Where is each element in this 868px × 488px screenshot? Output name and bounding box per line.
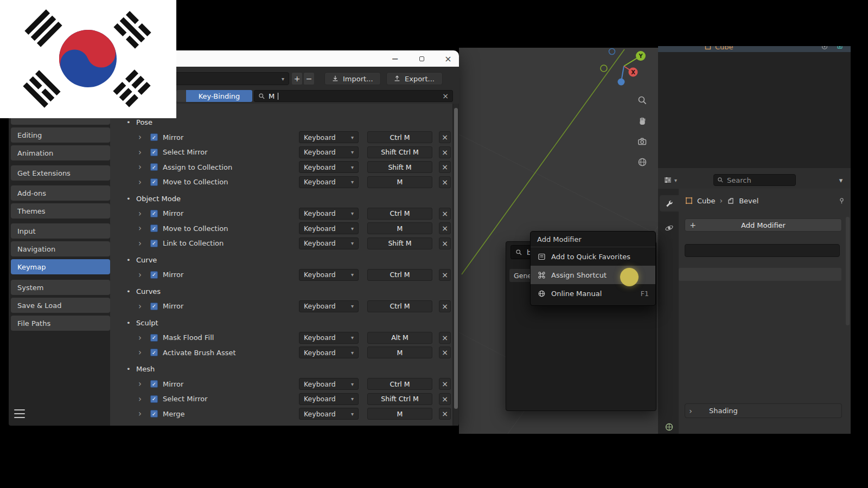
remove-binding-button[interactable]: × xyxy=(439,300,451,312)
modifier-panel-row[interactable] xyxy=(679,268,841,281)
shortcut-button[interactable]: Shift Ctrl M xyxy=(367,146,432,158)
properties-options-button[interactable]: ▾ xyxy=(835,174,847,186)
shortcut-button[interactable]: Ctrl M xyxy=(367,300,432,312)
remove-binding-button[interactable]: × xyxy=(439,222,451,234)
sidebar-item-editing[interactable]: Editing xyxy=(11,127,110,143)
add-keymap-button[interactable]: + xyxy=(291,72,303,85)
remove-binding-button[interactable]: × xyxy=(439,131,451,143)
shortcut-button[interactable]: Ctrl M xyxy=(367,131,432,143)
expand-arrow-icon[interactable]: › xyxy=(138,162,142,172)
clear-search-icon[interactable]: × xyxy=(442,92,449,100)
keymap-search-input[interactable]: M × xyxy=(254,90,453,102)
shortcut-button[interactable]: Ctrl M xyxy=(367,208,432,220)
tab-modifiers[interactable] xyxy=(660,195,679,211)
key-binding-filter-button[interactable]: Key-Binding xyxy=(186,90,252,102)
keymap-item-checkbox[interactable]: ✓ xyxy=(150,149,158,156)
sidebar-item-input[interactable]: Input xyxy=(11,223,110,239)
breadcrumb-object[interactable]: Cube xyxy=(697,197,716,205)
device-select[interactable]: Keyboard▾ xyxy=(299,161,359,173)
keymap-item-checkbox[interactable]: ✓ xyxy=(150,133,158,141)
remove-binding-button[interactable]: × xyxy=(439,393,451,405)
axis-neg-y-ball[interactable] xyxy=(601,65,607,72)
sidebar-item-save-load[interactable]: Save & Load xyxy=(11,298,110,313)
tab-physics[interactable] xyxy=(660,220,679,236)
import-button[interactable]: Import... xyxy=(324,72,381,85)
device-select[interactable]: Keyboard▾ xyxy=(299,393,359,405)
navigation-gizmo[interactable]: Y X xyxy=(589,48,658,94)
remove-binding-button[interactable]: × xyxy=(439,237,451,249)
keymap-item-checkbox[interactable]: ✓ xyxy=(150,334,158,342)
keymap-item-checkbox[interactable]: ✓ xyxy=(150,224,158,232)
keymap-item-checkbox[interactable]: ✓ xyxy=(150,303,158,310)
expand-arrow-icon[interactable]: › xyxy=(138,239,142,248)
shortcut-button[interactable]: Shift M xyxy=(367,237,432,249)
expand-arrow-icon[interactable]: › xyxy=(138,379,142,389)
pan-hand-icon[interactable] xyxy=(637,116,648,127)
remove-binding-button[interactable]: × xyxy=(439,208,451,220)
expand-arrow-icon[interactable]: › xyxy=(138,132,142,142)
device-select[interactable]: Keyboard▾ xyxy=(299,222,359,234)
camera-view-icon[interactable] xyxy=(637,136,648,147)
outliner-row-cube[interactable]: Cube xyxy=(658,46,851,52)
export-button[interactable]: Export... xyxy=(386,72,443,85)
context-menu-item-online-manual[interactable]: Online ManualF1 xyxy=(531,284,655,303)
sidebar-item-file-paths[interactable]: File Paths xyxy=(11,316,110,331)
shortcut-button[interactable]: M xyxy=(367,176,432,188)
scrollbar-thumb[interactable] xyxy=(454,108,458,409)
keymap-item-checkbox[interactable]: ✓ xyxy=(150,410,158,418)
tab-object-data[interactable] xyxy=(660,419,679,434)
keymap-item-checkbox[interactable]: ✓ xyxy=(150,210,158,217)
sidebar-item-navigation[interactable]: Navigation xyxy=(11,241,110,256)
expand-arrow-icon[interactable]: › xyxy=(138,394,142,404)
shortcut-button[interactable]: Shift M xyxy=(367,161,432,173)
shortcut-button[interactable]: M xyxy=(367,346,432,358)
expand-arrow-icon[interactable]: › xyxy=(138,409,142,419)
axis-neg-z-ball[interactable] xyxy=(609,49,615,55)
sidebar-item-keymap[interactable]: Keymap xyxy=(11,259,110,274)
expand-arrow-icon[interactable]: › xyxy=(138,177,142,187)
context-menu-item-add-to-quick-favorites[interactable]: Add to Quick Favorites xyxy=(531,247,655,266)
expand-arrow-icon[interactable]: › xyxy=(138,270,142,280)
device-select[interactable]: Keyboard▾ xyxy=(299,146,359,158)
device-select[interactable]: Keyboard▾ xyxy=(299,269,359,281)
shortcut-button[interactable]: M xyxy=(367,408,432,420)
prefs-menu-icon[interactable] xyxy=(14,409,25,418)
sidebar-item-system[interactable]: System xyxy=(11,280,110,295)
device-select[interactable]: Keyboard▾ xyxy=(299,346,359,358)
keymap-item-checkbox[interactable]: ✓ xyxy=(150,240,158,247)
device-select[interactable]: Keyboard▾ xyxy=(299,237,359,249)
maximize-button[interactable] xyxy=(415,52,428,65)
axis-z-ball[interactable] xyxy=(618,79,625,86)
device-select[interactable]: Keyboard▾ xyxy=(299,131,359,143)
expand-arrow-icon[interactable]: › xyxy=(138,348,142,357)
name-filter-button-partial[interactable] xyxy=(176,90,186,102)
remove-binding-button[interactable]: × xyxy=(439,161,451,173)
modifier-name-field[interactable] xyxy=(685,244,840,257)
toggle-perspective-icon[interactable] xyxy=(637,157,648,168)
properties-search-input[interactable]: Search xyxy=(713,174,796,186)
remove-binding-button[interactable]: × xyxy=(439,176,451,188)
shading-panel-header[interactable]: › Shading xyxy=(685,403,842,418)
breadcrumb-modifier[interactable]: Bevel xyxy=(739,197,758,205)
properties-scrollbar[interactable] xyxy=(846,217,850,325)
expand-arrow-icon[interactable]: › xyxy=(138,147,142,157)
keymap-item-checkbox[interactable]: ✓ xyxy=(150,349,158,356)
keymap-item-checkbox[interactable]: ✓ xyxy=(150,271,158,279)
remove-binding-button[interactable]: × xyxy=(439,332,451,344)
add-modifier-button[interactable]: + Add Modifier xyxy=(685,219,842,232)
sidebar-item-animation[interactable]: Animation xyxy=(11,145,110,160)
remove-binding-button[interactable]: × xyxy=(439,269,451,281)
expand-arrow-icon[interactable]: › xyxy=(138,301,142,311)
outliner-body[interactable] xyxy=(658,52,851,168)
keymap-item-checkbox[interactable]: ✓ xyxy=(150,380,158,388)
sidebar-item-add-ons[interactable]: Add-ons xyxy=(11,185,110,201)
device-select[interactable]: Keyboard▾ xyxy=(299,300,359,312)
expand-arrow-icon[interactable]: › xyxy=(138,333,142,343)
zoom-icon[interactable] xyxy=(637,95,648,106)
pin-icon[interactable] xyxy=(838,197,845,204)
editor-type-button[interactable]: ▾ xyxy=(663,174,677,186)
device-select[interactable]: Keyboard▾ xyxy=(299,176,359,188)
remove-binding-button[interactable]: × xyxy=(439,408,451,420)
shortcut-button[interactable]: M xyxy=(367,222,432,234)
device-select[interactable]: Keyboard▾ xyxy=(299,408,359,420)
